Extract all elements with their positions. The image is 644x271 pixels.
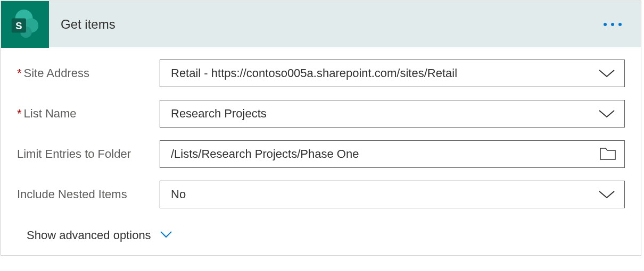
sharepoint-icon: S: [1, 1, 49, 48]
list-name-value: Research Projects: [171, 107, 598, 121]
show-advanced-toggle[interactable]: Show advanced options: [27, 228, 172, 242]
field-row-include-nested: Include Nested Items No: [17, 181, 625, 208]
required-asterisk: *: [17, 107, 22, 120]
chevron-down-icon: [160, 231, 172, 240]
field-label-limit-folder: Limit Entries to Folder: [17, 147, 160, 161]
svg-text:S: S: [15, 20, 22, 31]
show-advanced-label: Show advanced options: [27, 228, 151, 242]
field-row-site-address: *Site Address Retail - https://contoso00…: [17, 60, 625, 87]
folder-picker-icon[interactable]: [600, 148, 616, 160]
chevron-down-icon: [598, 108, 616, 119]
action-card: S Get items *Site Address Retail - https…: [1, 1, 641, 256]
limit-folder-input[interactable]: /Lists/Research Projects/Phase One: [160, 140, 625, 168]
include-nested-dropdown[interactable]: No: [160, 181, 625, 208]
ellipsis-icon: [604, 23, 622, 26]
required-asterisk: *: [17, 66, 22, 80]
card-menu-button[interactable]: [604, 23, 622, 26]
field-row-list-name: *List Name Research Projects: [17, 100, 625, 128]
field-label-include-nested: Include Nested Items: [17, 188, 160, 201]
list-name-dropdown[interactable]: Research Projects: [160, 100, 625, 128]
card-body: *Site Address Retail - https://contoso00…: [1, 48, 641, 255]
field-row-limit-folder: Limit Entries to Folder /Lists/Research …: [17, 140, 625, 168]
field-label-site-address: *Site Address: [17, 66, 160, 80]
field-label-list-name: *List Name: [17, 107, 160, 121]
site-address-dropdown[interactable]: Retail - https://contoso005a.sharepoint.…: [160, 60, 625, 87]
chevron-down-icon: [598, 189, 616, 200]
site-address-value: Retail - https://contoso005a.sharepoint.…: [171, 66, 598, 80]
include-nested-value: No: [171, 188, 598, 201]
card-header[interactable]: S Get items: [1, 1, 641, 48]
limit-folder-value: /Lists/Research Projects/Phase One: [171, 147, 600, 161]
chevron-down-icon: [598, 68, 616, 79]
card-title: Get items: [61, 17, 604, 32]
